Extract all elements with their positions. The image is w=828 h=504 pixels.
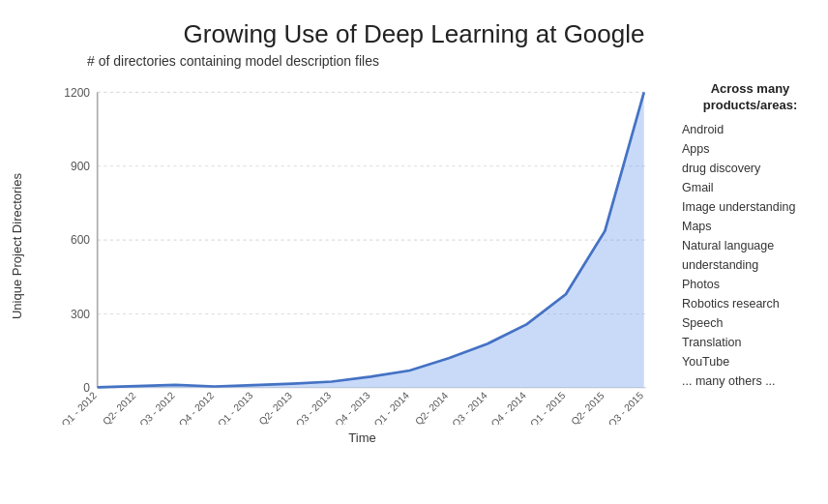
legend-item: Speech bbox=[682, 313, 818, 333]
svg-text:Q4 - 2012: Q4 - 2012 bbox=[177, 390, 217, 425]
svg-text:Q1 - 2015: Q1 - 2015 bbox=[528, 390, 568, 425]
legend-title: Across many products/areas: bbox=[682, 81, 818, 114]
y-axis-label: Unique Project Directories bbox=[10, 173, 29, 319]
x-axis-ticks: Q1 - 2012 Q2- 2012 Q3 - 2012 Q4 - 2012 Q… bbox=[60, 390, 646, 425]
legend-panel: Across many products/areas: AndroidAppsd… bbox=[668, 76, 818, 391]
legend-item: Gmail bbox=[682, 178, 818, 197]
svg-text:600: 600 bbox=[71, 233, 90, 247]
svg-text:Q3 - 2013: Q3 - 2013 bbox=[294, 390, 334, 425]
chart-container: Growing Use of Deep Learning at Google #… bbox=[0, 0, 828, 504]
chart-body: Unique Project Directories 0 300 600 900… bbox=[10, 76, 818, 445]
legend-item: Translation bbox=[682, 333, 818, 352]
legend-item: Image understanding bbox=[682, 197, 818, 217]
svg-text:300: 300 bbox=[71, 308, 90, 321]
legend-item: Maps bbox=[682, 217, 818, 236]
svg-area: 0 300 600 900 1200 Q1 - 2012 Q2- 2012 Q3… bbox=[33, 76, 668, 445]
svg-text:900: 900 bbox=[71, 160, 90, 173]
x-axis-label: Time bbox=[56, 430, 668, 445]
svg-text:Q3 - 2012: Q3 - 2012 bbox=[137, 390, 177, 425]
svg-text:Q1 - 2013: Q1 - 2013 bbox=[216, 390, 255, 425]
svg-text:1200: 1200 bbox=[64, 86, 90, 100]
chart-svg: 0 300 600 900 1200 Q1 - 2012 Q2- 2012 Q3… bbox=[33, 76, 668, 425]
svg-text:Q1 - 2012: Q1 - 2012 bbox=[60, 390, 100, 425]
svg-text:Q2- 2014: Q2- 2014 bbox=[413, 390, 450, 425]
svg-text:Q2- 2012: Q2- 2012 bbox=[101, 390, 137, 425]
legend-item: ... many others ... bbox=[682, 371, 818, 391]
chart-subtitle: # of directories containing model descri… bbox=[87, 53, 818, 69]
svg-text:Q4 - 2013: Q4 - 2013 bbox=[333, 390, 372, 425]
svg-text:Q2- 2013: Q2- 2013 bbox=[257, 390, 294, 425]
legend-item: YouTube bbox=[682, 352, 818, 371]
svg-text:Q3 - 2014: Q3 - 2014 bbox=[450, 390, 489, 425]
legend-item: Android bbox=[682, 120, 818, 139]
legend-item: Photos bbox=[682, 275, 818, 294]
svg-text:Q3 - 2015: Q3 - 2015 bbox=[606, 390, 646, 425]
legend-item: Robotics research bbox=[682, 294, 818, 313]
legend-items: AndroidAppsdrug discoveryGmailImage unde… bbox=[682, 120, 818, 391]
svg-text:Q4 - 2014: Q4 - 2014 bbox=[489, 390, 529, 425]
legend-item: Apps bbox=[682, 139, 818, 159]
chart-title: Growing Use of Deep Learning at Google bbox=[10, 19, 818, 49]
legend-item: Natural language understanding bbox=[682, 236, 818, 275]
svg-text:Q1 - 2014: Q1 - 2014 bbox=[372, 390, 412, 425]
svg-text:Q2- 2015: Q2- 2015 bbox=[569, 390, 606, 425]
legend-item: drug discovery bbox=[682, 159, 818, 178]
